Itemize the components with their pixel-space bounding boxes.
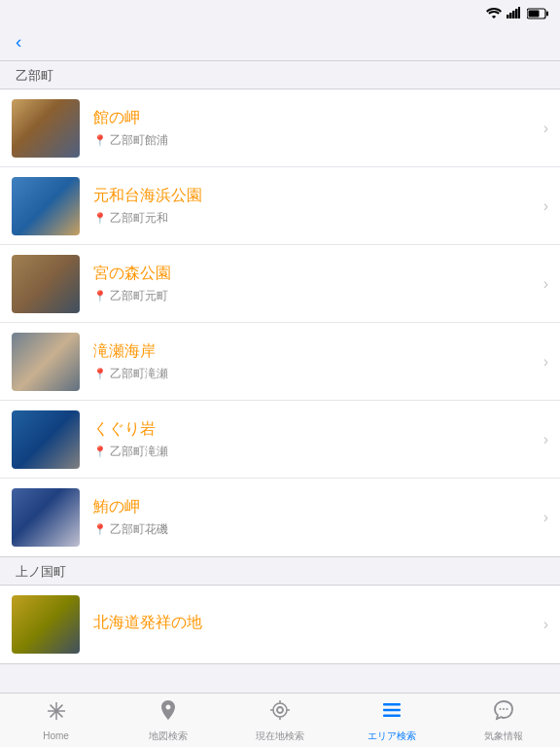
- tab-item-current-search[interactable]: 現在地検索: [224, 698, 335, 743]
- status-icons: [486, 7, 548, 21]
- chevron-right-icon: ›: [543, 120, 548, 137]
- location-pin-icon: 📍: [93, 368, 107, 380]
- item-name: 館の岬: [93, 108, 536, 128]
- item-name: 元和台海浜公園: [93, 186, 536, 206]
- tab-item-home[interactable]: Home: [0, 699, 112, 741]
- svg-point-23: [503, 708, 505, 710]
- item-location: 📍乙部町滝瀬: [93, 366, 536, 382]
- list-section-0: 館の岬📍乙部町館浦›元和台海浜公園📍乙部町元和›宮の森公園📍乙部町元町›滝瀬海岸…: [0, 89, 560, 557]
- wifi-icon: [486, 7, 502, 21]
- svg-point-13: [277, 707, 283, 713]
- list-item[interactable]: くぐり岩📍乙部町滝瀬›: [0, 401, 560, 479]
- list-item[interactable]: 宮の森公園📍乙部町元町›: [0, 245, 560, 323]
- location-pin-icon: 📍: [93, 212, 107, 225]
- tab-bar: Home地図検索現在地検索エリア検索気象情報: [0, 693, 560, 747]
- chevron-right-icon: ›: [543, 353, 548, 371]
- item-name: 宮の森公園: [93, 264, 536, 284]
- svg-rect-3: [515, 9, 518, 18]
- svg-rect-1: [509, 13, 512, 18]
- svg-rect-6: [546, 12, 548, 17]
- svg-point-24: [507, 708, 508, 710]
- back-button[interactable]: ‹: [16, 31, 24, 53]
- location-text: 乙部町元和: [110, 210, 168, 227]
- svg-rect-7: [529, 11, 540, 18]
- current-search-tab-label: 現在地検索: [256, 729, 304, 743]
- svg-point-22: [500, 708, 502, 710]
- status-bar: [0, 0, 560, 27]
- location-pin-icon: 📍: [93, 290, 107, 302]
- main-content: 乙部町 館の岬📍乙部町館浦›元和台海浜公園📍乙部町元和›宮の森公園📍乙部町元町›…: [0, 61, 560, 723]
- tab-item-weather[interactable]: 気象情報: [448, 698, 560, 743]
- svg-rect-19: [383, 703, 401, 706]
- item-location: 📍乙部町元和: [93, 210, 536, 227]
- location-text: 乙部町館浦: [110, 132, 168, 149]
- current-search-tab-icon: [268, 698, 292, 728]
- tab-item-area-filter[interactable]: エリア検索: [336, 698, 448, 743]
- chevron-right-icon: ›: [543, 275, 548, 293]
- list-item[interactable]: 滝瀬海岸📍乙部町滝瀬›: [0, 323, 560, 401]
- nav-bar: ‹: [0, 27, 560, 61]
- location-text: 乙部町滝瀬: [110, 366, 168, 382]
- list-item[interactable]: 北海道発祥の地›: [0, 586, 560, 663]
- svg-point-14: [273, 703, 287, 717]
- area-filter-tab-label: エリア検索: [368, 729, 416, 743]
- area-search-tab-label: 地図検索: [149, 729, 188, 743]
- item-name: 滝瀬海岸: [93, 341, 536, 362]
- chevron-right-icon: ›: [543, 431, 548, 448]
- item-location: 📍乙部町花磯: [93, 521, 536, 538]
- location-text: 乙部町花磯: [110, 521, 168, 538]
- weather-tab-label: 気象情報: [484, 729, 523, 743]
- svg-rect-4: [518, 7, 520, 18]
- svg-rect-20: [383, 708, 401, 711]
- list-item[interactable]: 館の岬📍乙部町館浦›: [0, 89, 560, 167]
- svg-rect-2: [512, 11, 515, 18]
- list-item[interactable]: 鮪の岬📍乙部町花磯›: [0, 479, 560, 556]
- list-item[interactable]: 元和台海浜公園📍乙部町元和›: [0, 167, 560, 245]
- signal-icon: [507, 7, 520, 21]
- tab-item-area-search[interactable]: 地図検索: [112, 698, 224, 743]
- chevron-right-icon: ›: [543, 616, 548, 633]
- chevron-right-icon: ›: [543, 509, 548, 526]
- location-text: 乙部町元町: [110, 288, 168, 304]
- item-name: くぐり岩: [93, 419, 536, 440]
- area-filter-tab-icon: [380, 698, 403, 728]
- home-tab-icon: [45, 699, 68, 729]
- home-tab-label: Home: [43, 730, 69, 741]
- area-search-tab-icon: [157, 698, 180, 728]
- battery-icon: [525, 8, 548, 19]
- location-text: 乙部町滝瀬: [110, 444, 168, 460]
- list-section-1: 北海道発祥の地›: [0, 585, 560, 664]
- item-location: 📍乙部町滝瀬: [93, 444, 536, 460]
- location-pin-icon: 📍: [93, 445, 107, 458]
- section-header-0: 乙部町: [0, 61, 560, 89]
- item-location: 📍乙部町元町: [93, 288, 536, 304]
- location-pin-icon: 📍: [93, 134, 107, 147]
- back-chevron-icon: ‹: [16, 31, 21, 53]
- section-header-1: 上ノ国町: [0, 557, 560, 585]
- chevron-right-icon: ›: [543, 197, 548, 215]
- item-name: 北海道発祥の地: [93, 613, 536, 633]
- location-pin-icon: 📍: [93, 523, 107, 536]
- svg-rect-0: [507, 15, 509, 18]
- item-location: 📍乙部町館浦: [93, 132, 536, 149]
- svg-rect-21: [383, 714, 401, 717]
- weather-tab-icon: [492, 698, 515, 728]
- item-name: 鮪の岬: [93, 497, 536, 517]
